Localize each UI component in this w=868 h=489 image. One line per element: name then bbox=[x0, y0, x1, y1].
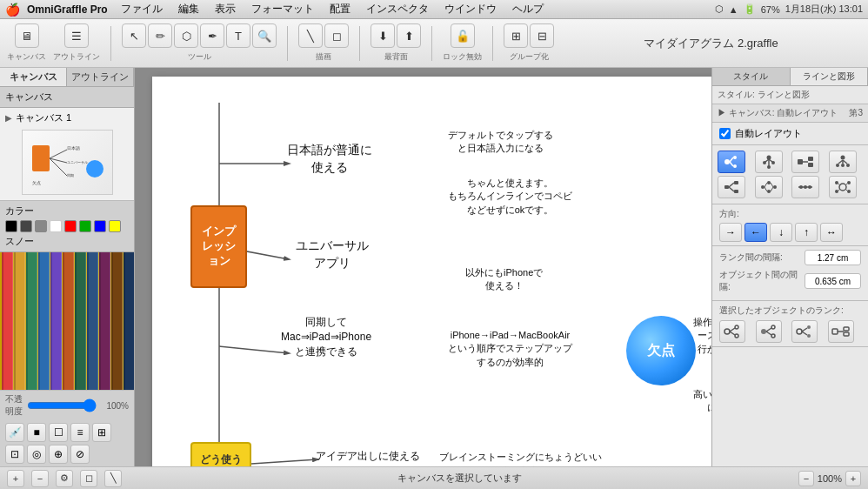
layout-icon-4[interactable] bbox=[829, 151, 857, 173]
settings-btn[interactable]: ⚙ bbox=[56, 470, 73, 487]
dir-left-icon[interactable]: ← bbox=[744, 223, 767, 242]
svg-rect-76 bbox=[724, 185, 729, 189]
do-use-node[interactable]: どう使うか？ bbox=[190, 442, 251, 466]
front-btn[interactable]: ⬆ bbox=[397, 23, 421, 48]
canvas-item-1[interactable]: ▶ キャンバス 1 bbox=[2, 110, 132, 126]
draw-label: 描画 bbox=[316, 51, 331, 63]
menu-edit[interactable]: 編集 bbox=[176, 2, 202, 17]
obj-rank-icon-1[interactable] bbox=[719, 320, 745, 343]
view-btn[interactable]: ◻ bbox=[80, 470, 97, 487]
layout-icon-5[interactable] bbox=[718, 176, 745, 198]
menu-bar: 🍎 OmniGraffle Pro ファイル 編集 表示 フォーマット 配置 イ… bbox=[0, 0, 868, 19]
layout-icon-8[interactable] bbox=[829, 176, 857, 198]
apple-icon[interactable]: 🍎 bbox=[5, 3, 20, 17]
rank-space-input[interactable] bbox=[805, 250, 861, 265]
menu-view[interactable]: 表示 bbox=[212, 2, 238, 17]
tool-btn-5[interactable]: ⊞ bbox=[92, 423, 111, 442]
dir-both-icon[interactable]: ↔ bbox=[820, 223, 843, 242]
zoom-tool-btn[interactable]: 🔍 bbox=[252, 23, 277, 48]
ungroup-btn[interactable]: ⊟ bbox=[530, 23, 554, 48]
text-tool-btn[interactable]: T bbox=[226, 23, 250, 48]
toolbar-sep-2 bbox=[287, 26, 288, 61]
auto-layout-checkbox[interactable] bbox=[719, 128, 731, 139]
svg-point-107 bbox=[761, 329, 766, 334]
obj-rank-icon-4[interactable] bbox=[828, 320, 854, 343]
outline-btn[interactable]: ☰ bbox=[64, 23, 89, 48]
line-btn[interactable]: ╲ bbox=[298, 23, 323, 48]
left-sidebar: キャンバス アウトライン キャンバス ▶ キャンバス 1 日本語 ユニバーサル … bbox=[0, 68, 135, 466]
tool-btn-2[interactable]: ■ bbox=[27, 423, 46, 442]
obj-space-input[interactable] bbox=[805, 273, 861, 289]
swatch-gray[interactable] bbox=[35, 220, 47, 232]
menu-file[interactable]: ファイル bbox=[118, 2, 165, 17]
svg-point-83 bbox=[767, 190, 771, 193]
dir-up-icon[interactable]: ↑ bbox=[795, 223, 818, 242]
swatch-red[interactable] bbox=[64, 220, 77, 232]
opacity-row: 不透明度 100% bbox=[0, 390, 134, 420]
layout-icon-3[interactable] bbox=[791, 151, 819, 173]
canvas-btn[interactable]: 🖥 bbox=[15, 23, 39, 48]
impression-node[interactable]: インプレッション bbox=[190, 205, 247, 288]
svg-point-92 bbox=[808, 185, 811, 189]
swatch-white[interactable] bbox=[50, 220, 62, 232]
tool-btn-9[interactable]: ⊘ bbox=[70, 445, 90, 464]
select-tool-btn[interactable]: ↖ bbox=[122, 23, 146, 48]
right-panel-subtitle-text: ▶ キャンバス: 自動レイアウト bbox=[718, 107, 838, 119]
tool-btn-6[interactable]: ⊡ bbox=[5, 445, 24, 464]
svg-point-95 bbox=[847, 181, 851, 184]
sidebar-tab-canvas[interactable]: キャンバス bbox=[0, 68, 67, 86]
app-name: OmniGraffle Pro bbox=[27, 3, 108, 16]
obj-rank-icon-3[interactable] bbox=[791, 320, 818, 343]
right-tab-line[interactable]: ラインと図形 bbox=[791, 68, 869, 85]
rect-btn[interactable]: ◻ bbox=[324, 23, 349, 48]
menu-help[interactable]: ヘルプ bbox=[510, 2, 546, 17]
draw-tool-btn[interactable]: ✏ bbox=[148, 23, 172, 48]
zoom-in-btn[interactable]: + bbox=[845, 471, 861, 486]
swatch-black[interactable] bbox=[5, 220, 17, 232]
svg-line-101 bbox=[838, 189, 840, 191]
group-btn[interactable]: ⊞ bbox=[504, 23, 528, 48]
sidebar-tab-outline[interactable]: アウトライン bbox=[67, 68, 134, 86]
obj-rank-icon-2[interactable] bbox=[756, 320, 782, 343]
svg-point-97 bbox=[835, 190, 838, 193]
zoom-out-btn[interactable]: − bbox=[798, 471, 814, 486]
swatch-yellow[interactable] bbox=[109, 220, 121, 232]
swatch-blue[interactable] bbox=[94, 220, 106, 232]
opacity-slider[interactable] bbox=[27, 401, 97, 410]
menu-format[interactable]: フォーマット bbox=[249, 2, 317, 17]
tool-btn-4[interactable]: ≡ bbox=[70, 423, 90, 442]
lock-btn[interactable]: 🔓 bbox=[451, 23, 475, 48]
tool-btn-3[interactable]: ☐ bbox=[49, 423, 68, 442]
swatch-darkgray[interactable] bbox=[20, 220, 32, 232]
svg-line-79 bbox=[729, 183, 734, 187]
auto-layout-row: 自動レイアウト bbox=[712, 123, 868, 145]
lock-label: ロック無効 bbox=[443, 51, 482, 63]
eyedropper-btn[interactable]: 💉 bbox=[5, 423, 24, 442]
line-btn-bottom[interactable]: ╲ bbox=[104, 470, 122, 487]
shape-tool-btn[interactable]: ⬡ bbox=[174, 23, 198, 48]
menu-window[interactable]: ウインドウ bbox=[442, 2, 499, 17]
menu-arrange[interactable]: 配置 bbox=[327, 2, 353, 17]
layout-icon-6[interactable] bbox=[755, 176, 783, 198]
right-tab-style[interactable]: スタイル bbox=[712, 68, 791, 85]
add-canvas-btn[interactable]: + bbox=[7, 470, 24, 487]
svg-line-110 bbox=[766, 332, 771, 335]
swatch-green[interactable] bbox=[79, 220, 91, 232]
layout-icon-1[interactable] bbox=[718, 151, 745, 173]
svg-text:欠点: 欠点 bbox=[32, 180, 41, 185]
svg-point-69 bbox=[840, 156, 845, 160]
back-btn[interactable]: ⬇ bbox=[371, 23, 395, 48]
dir-down-icon[interactable]: ↓ bbox=[770, 223, 792, 242]
menu-inspector[interactable]: インスペクタ bbox=[364, 2, 431, 17]
direction-icons: → ← ↓ ↑ ↔ bbox=[719, 223, 861, 242]
svg-text:ユニバーサル: ユニバーサル bbox=[67, 160, 88, 164]
layout-icon-2[interactable] bbox=[755, 151, 783, 173]
tool-btn-8[interactable]: ⊕ bbox=[49, 445, 68, 464]
tool-btn-7[interactable]: ◎ bbox=[27, 445, 46, 464]
layout-icon-7[interactable] bbox=[791, 176, 819, 198]
dir-right-icon[interactable]: → bbox=[719, 223, 742, 242]
pen-tool-btn[interactable]: ✒ bbox=[200, 23, 224, 48]
main-canvas[interactable]: インプレッション 日本語が普通に使える ユニバーサルアプリ 同期してMac⇒iP… bbox=[135, 68, 711, 466]
canvas-panel-label: キャンバス bbox=[0, 87, 134, 108]
remove-canvas-btn[interactable]: − bbox=[31, 470, 49, 487]
